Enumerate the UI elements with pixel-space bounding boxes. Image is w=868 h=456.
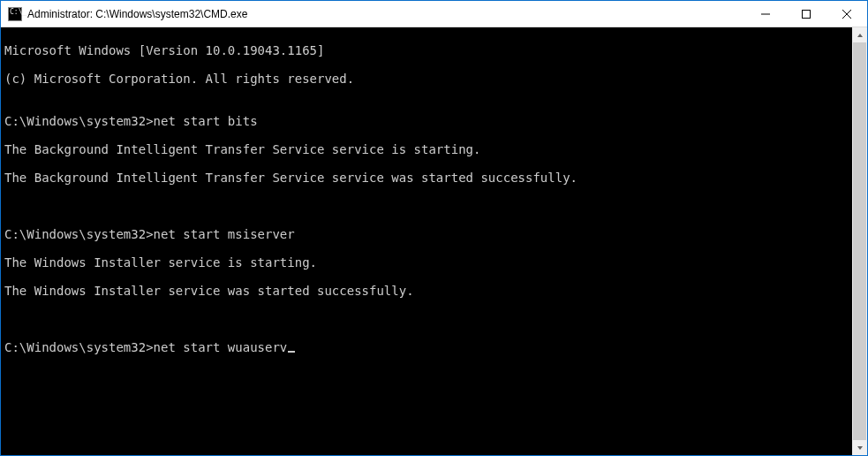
titlebar[interactable]: Administrator: C:\Windows\system32\CMD.e…: [1, 1, 867, 27]
scroll-up-button[interactable]: [852, 27, 867, 42]
entered-command: net start msiserver: [154, 227, 295, 241]
maximize-icon: [802, 10, 811, 19]
minimize-button[interactable]: [745, 1, 786, 27]
window-controls: [745, 1, 867, 27]
command-line: C:\Windows\system32>net start msiserver: [4, 227, 852, 241]
window-title: Administrator: C:\Windows\system32\CMD.e…: [27, 8, 745, 20]
maximize-button[interactable]: [786, 1, 826, 27]
current-command-line: C:\Windows\system32>net start wuauserv: [4, 340, 852, 354]
scroll-thumb[interactable]: [853, 42, 866, 440]
text-cursor: [288, 351, 295, 353]
output-line: The Windows Installer service is startin…: [4, 255, 852, 270]
client-area: Microsoft Windows [Version 10.0.19043.11…: [1, 27, 867, 455]
svg-rect-1: [803, 10, 811, 18]
typed-command: net start wuauserv: [154, 340, 288, 354]
prompt: C:\Windows\system32>: [4, 114, 154, 128]
output-line: The Background Intelligent Transfer Serv…: [4, 142, 852, 156]
close-button[interactable]: [826, 1, 867, 27]
chevron-down-icon: [857, 445, 864, 452]
entered-command: net start bits: [154, 114, 258, 128]
cmd-window: Administrator: C:\Windows\system32\CMD.e…: [0, 0, 868, 456]
prompt: C:\Windows\system32>: [4, 340, 154, 354]
command-line: C:\Windows\system32>net start bits: [4, 114, 852, 128]
os-version-line: Microsoft Windows [Version 10.0.19043.11…: [4, 43, 852, 57]
close-icon: [842, 10, 851, 19]
prompt: C:\Windows\system32>: [4, 227, 154, 241]
svg-marker-5: [857, 446, 863, 450]
terminal-output[interactable]: Microsoft Windows [Version 10.0.19043.11…: [1, 27, 852, 455]
copyright-line: (c) Microsoft Corporation. All rights re…: [4, 72, 852, 86]
cmd-icon: [8, 7, 22, 21]
output-line: The Background Intelligent Transfer Serv…: [4, 171, 852, 185]
svg-marker-4: [857, 34, 863, 37]
scroll-track[interactable]: [852, 42, 867, 440]
output-line: The Windows Installer service was starte…: [4, 284, 852, 298]
minimize-icon: [761, 10, 770, 19]
vertical-scrollbar[interactable]: [852, 27, 867, 455]
scroll-down-button[interactable]: [852, 440, 867, 455]
chevron-up-icon: [857, 32, 864, 39]
